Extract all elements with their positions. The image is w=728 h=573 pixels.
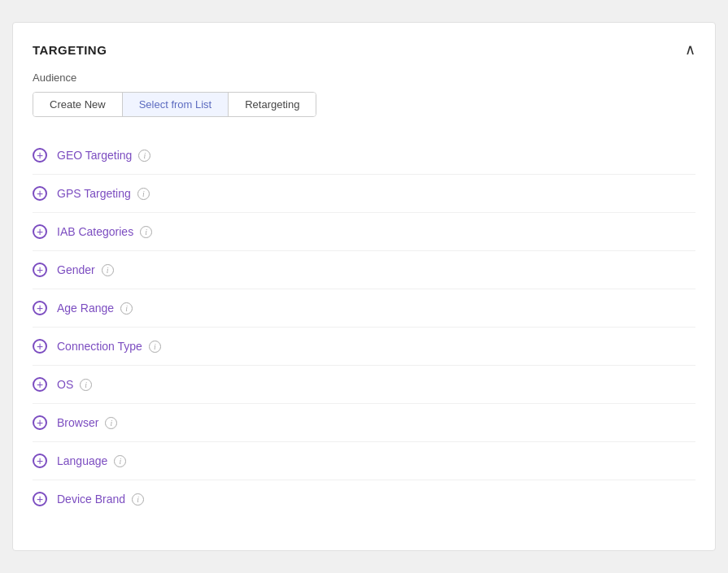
card-header: TARGETING ∧ <box>33 42 695 57</box>
add-age-range-icon[interactable]: + <box>33 301 47 315</box>
tab-retargeting[interactable]: Retargeting <box>229 93 316 116</box>
targeting-item-connection-type: +Connection Typei <box>33 328 695 366</box>
add-connection-type-icon[interactable]: + <box>33 339 47 354</box>
language-label: Language <box>57 454 107 467</box>
age-range-label: Age Range <box>57 302 114 315</box>
targeting-item-browser: +Browseri <box>33 404 695 442</box>
device-brand-label: Device Brand <box>57 493 125 506</box>
add-language-icon[interactable]: + <box>33 454 47 468</box>
add-gender-icon[interactable]: + <box>33 263 47 277</box>
targeting-item-gps-targeting: +GPS Targetingi <box>33 175 695 213</box>
targeting-item-iab-categories: +IAB Categoriesi <box>33 213 695 251</box>
browser-label: Browser <box>57 416 98 429</box>
targeting-item-age-range: +Age Rangei <box>33 289 695 328</box>
tab-create-new[interactable]: Create New <box>33 93 123 116</box>
language-info-icon[interactable]: i <box>114 455 126 467</box>
targeting-card: TARGETING ∧ Audience Create New Select f… <box>12 22 716 551</box>
iab-categories-info-icon[interactable]: i <box>140 226 152 238</box>
targeting-item-geo-targeting: +GEO Targetingi <box>33 137 695 175</box>
targeting-item-os: +OSi <box>33 366 695 404</box>
targeting-list: +GEO Targetingi+GPS Targetingi+IAB Categ… <box>33 137 695 518</box>
connection-type-info-icon[interactable]: i <box>149 341 161 353</box>
gps-targeting-info-icon[interactable]: i <box>137 188 150 200</box>
audience-label: Audience <box>33 72 695 84</box>
add-os-icon[interactable]: + <box>33 377 47 392</box>
audience-tab-group: Create New Select from List Retargeting <box>33 92 316 117</box>
browser-info-icon[interactable]: i <box>105 417 117 429</box>
geo-targeting-info-icon[interactable]: i <box>138 150 150 162</box>
collapse-button[interactable]: ∧ <box>685 42 695 57</box>
targeting-item-gender: +Genderi <box>33 251 695 289</box>
add-browser-icon[interactable]: + <box>33 415 47 430</box>
age-range-info-icon[interactable]: i <box>120 302 133 315</box>
os-info-icon[interactable]: i <box>80 379 92 391</box>
os-label: OS <box>57 378 73 391</box>
geo-targeting-label: GEO Targeting <box>57 149 132 162</box>
card-title: TARGETING <box>33 43 107 57</box>
add-geo-targeting-icon[interactable]: + <box>33 148 47 163</box>
gps-targeting-label: GPS Targeting <box>57 187 131 200</box>
add-iab-categories-icon[interactable]: + <box>33 224 47 239</box>
targeting-item-language: +Languagei <box>33 442 695 480</box>
device-brand-info-icon[interactable]: i <box>132 493 144 506</box>
gender-label: Gender <box>57 263 95 276</box>
connection-type-label: Connection Type <box>57 340 142 353</box>
add-gps-targeting-icon[interactable]: + <box>33 186 47 201</box>
gender-info-icon[interactable]: i <box>102 264 114 276</box>
add-device-brand-icon[interactable]: + <box>33 492 47 506</box>
tab-select-from-list[interactable]: Select from List <box>123 93 229 116</box>
iab-categories-label: IAB Categories <box>57 225 133 238</box>
targeting-item-device-brand: +Device Brandi <box>33 480 695 518</box>
